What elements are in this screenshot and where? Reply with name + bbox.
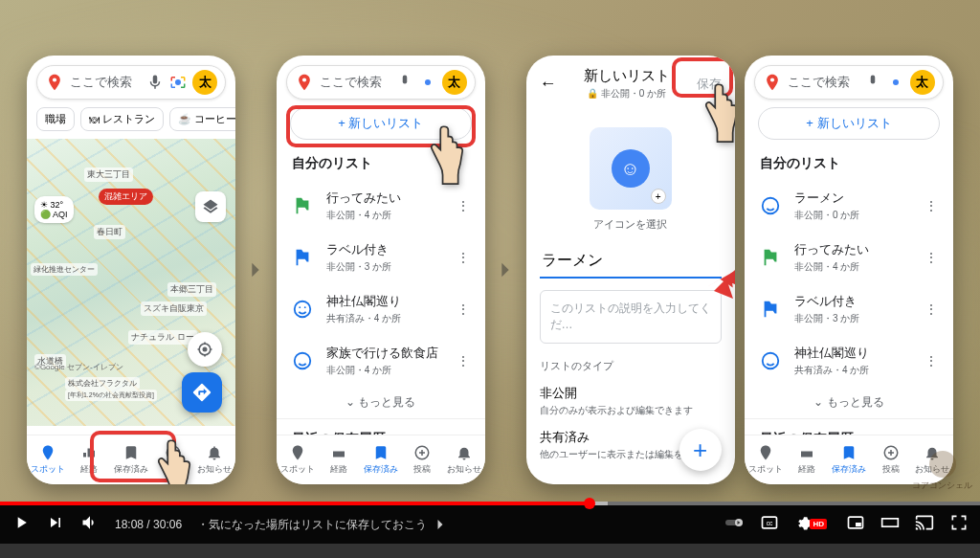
profile-avatar[interactable]: 太 [910,70,935,95]
nav-route[interactable]: 経路 [69,435,111,484]
flag-icon [292,195,313,216]
lens-icon[interactable] [887,74,904,91]
settings-button[interactable]: HD [794,513,831,536]
nav-notify[interactable]: お知らせ [443,435,485,484]
time-display: 18:08 / 30:06 [115,518,182,531]
section-header: 自分のリスト [277,147,485,180]
phone-screenshot-4: ここで検索 太 + 新しいリスト 自分のリスト ラーメン非公開・0 か所⋮ 行っ… [745,56,953,484]
chip-workplace[interactable]: 職場 [36,107,75,131]
mic-icon[interactable] [864,74,881,91]
smile-icon [292,350,313,371]
phone-screenshot-3: ← 新しいリスト🔒 非公開・0 か所 保存 ☺+ アイコンを選択 ラーメン この… [526,56,735,484]
svg-point-14 [893,79,899,85]
bottom-nav: スポット 経路 保存済み 投稿 お知らせ [277,435,485,484]
back-icon[interactable]: ← [540,74,557,94]
section-header: 自分のリスト [745,147,953,180]
autoplay-toggle[interactable] [725,513,745,536]
list-item[interactable]: ラーメン非公開・0 か所⋮ [745,180,953,232]
list-description-input[interactable]: このリストの説明を入力してくだ… [540,290,722,344]
profile-avatar[interactable]: 太 [192,70,217,95]
traffic-badge[interactable]: 混雑エリア [99,189,153,205]
profile-avatar[interactable]: 太 [442,70,467,95]
svg-point-15 [763,198,779,214]
svg-point-0 [53,78,56,81]
theater-button[interactable] [880,513,900,536]
svg-point-9 [304,306,306,308]
nav-spot[interactable]: スポット [745,435,787,484]
chapter-title[interactable]: ・気になった場所はリストに保存しておこう [197,515,450,534]
search-bar[interactable]: ここで検索 太 [36,65,226,100]
svg-rect-24 [856,523,861,526]
list-item[interactable]: 行ってみたい非公開・4 か所⋮ [277,180,485,232]
mic-icon[interactable] [396,74,413,91]
flag-icon [760,247,781,268]
chip-restaurant[interactable]: 🍽レストラン [80,107,164,131]
lens-icon[interactable] [169,74,187,91]
directions-fab[interactable] [182,372,222,413]
chip-coffee[interactable]: ☕コーヒー [169,107,235,131]
svg-point-13 [770,78,774,81]
captions-button[interactable]: cc [760,513,779,536]
list-item[interactable]: 行ってみたい非公開・4 か所⋮ [745,232,953,283]
list-item[interactable]: 神社仏閣巡り共有済み・4 か所⋮ [745,335,953,387]
nav-notify[interactable]: お知らせ [193,435,235,484]
mic-icon[interactable] [146,74,164,91]
volume-button[interactable] [80,513,100,536]
nav-post[interactable]: 投稿 [870,435,912,484]
list-item[interactable]: ラベル付き非公開・3 か所⋮ [277,232,485,283]
gps-button[interactable] [188,332,222,367]
svg-text:cc: cc [767,520,773,526]
svg-point-16 [763,353,779,369]
nav-route[interactable]: 経路 [787,435,829,484]
progress-bar[interactable] [0,502,980,505]
chevron-right-icon [245,259,266,280]
lens-icon[interactable] [419,74,436,91]
search-placeholder: ここで検索 [70,74,141,91]
save-button[interactable]: 保存 [697,76,722,93]
list-item[interactable]: ラベル付き非公開・3 か所⋮ [745,283,953,335]
new-list-title: 新しいリスト [567,67,687,85]
more-icon[interactable]: ⋮ [457,198,470,213]
show-more[interactable]: ⌄ もっと見る [277,387,485,418]
google-maps-icon [295,73,314,92]
nav-post[interactable]: 投稿 [402,435,444,484]
smile-icon [760,350,781,371]
svg-point-5 [302,78,306,81]
video-content: ここで検索 太 職場 🍽レストラン ☕コーヒー ☀ 32°🟢 AQI 混雑エリア… [0,0,980,502]
new-list-button[interactable]: + 新しいリスト [290,107,472,140]
list-item[interactable]: 家族で行ける飲食店非公開・4 か所⋮ [277,335,485,387]
play-button[interactable] [11,513,31,536]
fullscreen-button[interactable] [949,513,969,536]
new-list-button[interactable]: + 新しいリスト [758,107,940,140]
google-maps-icon [45,73,64,92]
nav-route[interactable]: 経路 [318,435,360,484]
svg-point-10 [295,353,311,369]
nav-spot[interactable]: スポット [27,435,69,484]
channel-watermark[interactable]: コアコンシェル [912,451,972,492]
show-more[interactable]: ⌄ もっと見る [745,387,953,418]
icon-picker[interactable]: ☺+ [590,127,672,210]
scrubber-dot[interactable] [584,498,595,509]
miniplayer-button[interactable] [846,513,865,536]
red-arrow-icon [704,243,735,301]
weather-badge[interactable]: ☀ 32°🟢 AQI [34,196,74,223]
cast-button[interactable] [915,513,934,536]
add-fab[interactable]: + [679,429,722,471]
bottom-nav: スポット 経路 保存済み 投稿 お知らせ [27,435,235,484]
nav-saved[interactable]: 保存済み [110,435,152,484]
next-button[interactable] [46,513,65,536]
search-bar[interactable]: ここで検索 太 [286,65,476,100]
nav-spot[interactable]: スポット [277,435,319,484]
layers-button[interactable] [195,191,226,222]
svg-rect-11 [333,452,345,458]
chevron-right-icon [495,259,516,280]
nav-saved[interactable]: 保存済み [360,435,402,484]
flag-icon [292,247,313,268]
type-private[interactable]: 非公開自分のみが表示および編集できます [526,379,735,423]
list-name-input[interactable]: ラーメン [540,245,722,279]
list-item[interactable]: 神社仏閣巡り共有済み・4 か所⋮ [277,283,485,335]
search-bar[interactable]: ここで検索 太 [754,65,944,100]
map-view[interactable]: ☀ 32°🟢 AQI 混雑エリア 東大三丁目 春日町 本郷三丁目 水道橋 スズキ… [27,139,235,426]
nav-saved[interactable]: 保存済み [828,435,870,484]
nav-post[interactable]: 投稿 [152,435,194,484]
